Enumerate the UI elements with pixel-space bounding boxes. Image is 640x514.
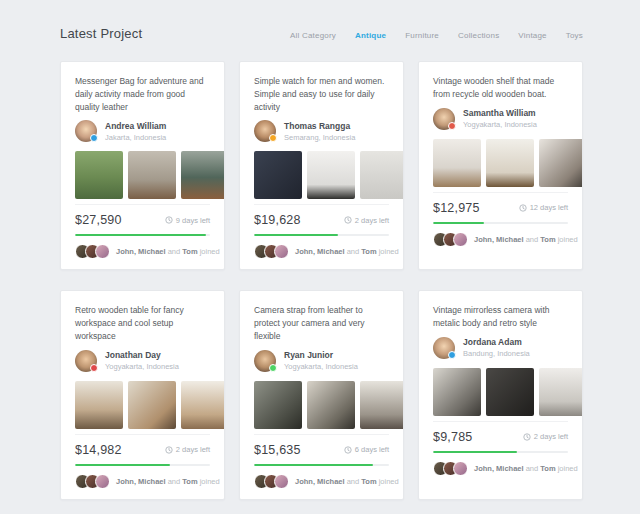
clock-icon bbox=[344, 446, 352, 454]
project-card[interactable]: Simple watch for men and women. Simple a… bbox=[239, 61, 404, 270]
author-row[interactable]: Ryan Junior Yogyakarta, Indonesia bbox=[254, 350, 389, 372]
backer-avatars bbox=[75, 244, 110, 259]
progress-bar bbox=[433, 451, 568, 453]
author-info: Thomas Rangga Semarang, Indonesia bbox=[284, 121, 355, 142]
gallery-image[interactable] bbox=[307, 381, 355, 429]
project-title: Camera strap from leather to protect you… bbox=[254, 304, 389, 342]
days-left-label: 2 days left bbox=[534, 432, 568, 441]
status-dot-icon bbox=[269, 134, 277, 142]
backers-joined-word: joined bbox=[379, 477, 399, 486]
gallery-image[interactable] bbox=[254, 381, 302, 429]
funding-amount: $27,590 bbox=[75, 213, 122, 227]
author-info: Samantha William Yogyakarta, Indonesia bbox=[463, 108, 537, 129]
backers-joined-word: joined bbox=[379, 247, 399, 256]
author-info: Jordana Adam Bandung, Indonesia bbox=[463, 337, 530, 358]
gallery-image[interactable] bbox=[128, 381, 176, 429]
photo-gallery bbox=[254, 151, 403, 199]
gallery-image[interactable] bbox=[181, 151, 224, 199]
project-title: Vintage mirrorless camera with metalic b… bbox=[433, 304, 568, 330]
gallery-image[interactable] bbox=[254, 151, 302, 199]
gallery-image[interactable] bbox=[433, 368, 481, 416]
clock-icon bbox=[165, 446, 173, 454]
gallery-image[interactable] bbox=[75, 381, 123, 429]
author-location: Yogyakarta, Indonesia bbox=[284, 362, 358, 371]
days-left: 6 days left bbox=[344, 445, 389, 454]
funding-meta: $9,785 2 days left bbox=[433, 421, 568, 444]
backer-names: Tom bbox=[361, 477, 376, 486]
backers-joined-word: joined bbox=[200, 477, 220, 486]
backers-label: John, Michael and Tom joined bbox=[116, 247, 220, 256]
clock-icon bbox=[519, 204, 527, 212]
author-row[interactable]: Samantha William Yogyakarta, Indonesia bbox=[433, 108, 568, 130]
page-title: Latest Project bbox=[60, 26, 142, 41]
funding-meta: $14,982 2 days left bbox=[75, 434, 210, 457]
backers-and: and bbox=[526, 235, 539, 244]
gallery-image[interactable] bbox=[539, 368, 582, 416]
category-tabs: All Category Antique Furniture Collectio… bbox=[290, 31, 583, 40]
backers-and: and bbox=[347, 247, 360, 256]
days-left-label: 12 days left bbox=[530, 203, 568, 212]
author-name: Ryan Junior bbox=[284, 350, 358, 360]
page: Latest Project All Category Antique Furn… bbox=[0, 0, 640, 500]
gallery-image[interactable] bbox=[360, 151, 403, 199]
days-left: 2 days left bbox=[523, 432, 568, 441]
status-dot-icon bbox=[269, 364, 277, 372]
project-card[interactable]: Vintage wooden shelf that made from recy… bbox=[418, 61, 583, 270]
project-card[interactable]: Messenger Bag for adventure and daily ac… bbox=[60, 61, 225, 270]
backers-row: John, Michael and Tom joined bbox=[433, 461, 568, 476]
author-row[interactable]: Jonathan Day Yogyakarta, Indonesia bbox=[75, 350, 210, 372]
tab-collections[interactable]: Collections bbox=[458, 31, 499, 40]
author-avatar bbox=[433, 337, 455, 359]
author-location: Jakarta, Indonesia bbox=[105, 133, 166, 142]
backers-label: John, Michael and Tom joined bbox=[116, 477, 220, 486]
days-left-label: 2 days left bbox=[176, 445, 210, 454]
backer-names: John, Michael bbox=[116, 477, 166, 486]
gallery-image[interactable] bbox=[360, 381, 403, 429]
author-row[interactable]: Thomas Rangga Semarang, Indonesia bbox=[254, 120, 389, 142]
tab-furniture[interactable]: Furniture bbox=[405, 31, 439, 40]
tab-antique[interactable]: Antique bbox=[355, 31, 386, 40]
project-card[interactable]: Vintage mirrorless camera with metalic b… bbox=[418, 290, 583, 499]
days-left: 2 days left bbox=[344, 216, 389, 225]
gallery-image[interactable] bbox=[486, 139, 534, 187]
backers-row: John, Michael and Tom joined bbox=[254, 474, 389, 489]
tab-all-category[interactable]: All Category bbox=[290, 31, 336, 40]
backers-and: and bbox=[347, 477, 360, 486]
author-name: Samantha William bbox=[463, 108, 537, 118]
tab-toys[interactable]: Toys bbox=[566, 31, 583, 40]
author-name: Andrea William bbox=[105, 121, 166, 131]
author-avatar bbox=[254, 120, 276, 142]
author-name: Jonathan Day bbox=[105, 350, 179, 360]
author-row[interactable]: Jordana Adam Bandung, Indonesia bbox=[433, 337, 568, 359]
status-dot-icon bbox=[448, 351, 456, 359]
photo-gallery bbox=[75, 151, 224, 199]
funding-meta: $27,590 9 days left bbox=[75, 204, 210, 227]
backers-joined-word: joined bbox=[200, 247, 220, 256]
backers-joined-word: joined bbox=[558, 464, 578, 473]
photo-gallery bbox=[75, 381, 224, 429]
gallery-image[interactable] bbox=[433, 139, 481, 187]
project-card[interactable]: Camera strap from leather to protect you… bbox=[239, 290, 404, 499]
gallery-image[interactable] bbox=[181, 381, 224, 429]
gallery-image[interactable] bbox=[539, 139, 582, 187]
backer-avatar bbox=[274, 474, 289, 489]
gallery-image[interactable] bbox=[486, 368, 534, 416]
backer-avatar bbox=[274, 244, 289, 259]
clock-icon bbox=[165, 216, 173, 224]
funding-amount: $9,785 bbox=[433, 430, 472, 444]
author-avatar bbox=[75, 120, 97, 142]
photo-gallery bbox=[254, 381, 403, 429]
gallery-image[interactable] bbox=[307, 151, 355, 199]
author-avatar bbox=[254, 350, 276, 372]
days-left: 12 days left bbox=[519, 203, 568, 212]
header: Latest Project All Category Antique Furn… bbox=[60, 26, 583, 41]
tab-vintage[interactable]: Vintage bbox=[518, 31, 546, 40]
project-card[interactable]: Retro wooden table for fancy workspace a… bbox=[60, 290, 225, 499]
backer-avatars bbox=[433, 461, 468, 476]
progress-fill bbox=[75, 464, 170, 466]
gallery-image[interactable] bbox=[128, 151, 176, 199]
backers-row: John, Michael and Tom joined bbox=[75, 474, 210, 489]
author-row[interactable]: Andrea William Jakarta, Indonesia bbox=[75, 120, 210, 142]
gallery-image[interactable] bbox=[75, 151, 123, 199]
backer-avatars bbox=[433, 232, 468, 247]
